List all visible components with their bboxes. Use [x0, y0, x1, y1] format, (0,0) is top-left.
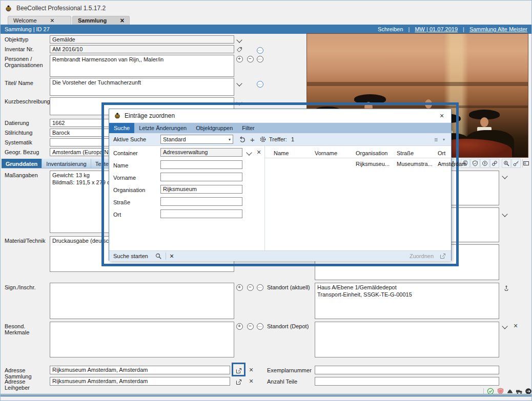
collection-link[interactable]: Sammlung Alte Meister [469, 26, 527, 32]
adresse-leihgeber-open-icon[interactable] [235, 378, 243, 386]
col-strasse[interactable]: Straße [397, 150, 436, 156]
container-clear-icon[interactable] [255, 148, 263, 156]
sign-detail-icon[interactable] [256, 283, 264, 291]
objekttyp-dropdown-icon[interactable] [235, 36, 243, 45]
container-dropdown-icon[interactable] [245, 149, 253, 157]
personen-remove-icon[interactable] [246, 55, 254, 63]
row-cell-organisation[interactable]: Rijksmuseu... [356, 161, 395, 167]
adresse-leihgeber-label: Adresse Leihgeber [5, 378, 50, 391]
ort-field[interactable] [160, 209, 242, 218]
material-label: Material/Technik [5, 238, 49, 244]
address-open-highlight-box [232, 363, 245, 376]
systematik-label: Systematik [5, 139, 49, 145]
standort-depot-clear-icon[interactable] [511, 322, 520, 330]
besond-remove-icon[interactable] [246, 322, 254, 330]
zuordnen-button[interactable]: Zuordnen [410, 253, 434, 259]
dialog-tab-objektgruppen[interactable]: Objektgruppen [191, 123, 237, 133]
adresse-leihgeber-clear-icon[interactable] [247, 377, 255, 385]
aktive-suche-select[interactable]: Standard ▾ [160, 135, 233, 144]
link-icon[interactable] [490, 159, 499, 168]
datierung-label: Datierung [5, 120, 49, 126]
personen-field[interactable]: Rembrandt Harmenszoon van Rijn,, Maler/i… [50, 55, 234, 77]
ort-label: Ort [113, 212, 158, 218]
dialog-tab-letzte-aenderungen[interactable]: Letzte Änderungen [134, 123, 191, 133]
col-ort[interactable]: Ort [438, 150, 451, 156]
tag-icon[interactable] [235, 46, 243, 54]
eintraege-zuordnen-dialog: Einträge zuordnen Suche Letzte Änderunge… [109, 109, 452, 261]
anzahl-teile-field[interactable] [315, 377, 499, 386]
col-name[interactable]: Name [274, 150, 313, 156]
search-settings-gear-icon[interactable] [259, 136, 267, 143]
tab-grunddaten[interactable]: Grunddaten [2, 159, 42, 168]
besond-add-icon[interactable] [235, 322, 243, 330]
sign-field[interactable] [50, 283, 234, 319]
person-search-icon[interactable] [502, 159, 511, 168]
record-header: Sammlung | ID 27 Schreiben | MW | 01.07.… [1, 25, 531, 34]
besond-field[interactable] [50, 322, 234, 357]
personen-detail-icon[interactable] [256, 55, 264, 63]
container-field[interactable]: Adressverwaltung [160, 148, 242, 157]
objekttyp-field[interactable]: Gemälde [50, 35, 234, 44]
right-field-1-dropdown-icon[interactable] [501, 173, 509, 181]
row-cell-ort[interactable]: Amsterdam [438, 161, 468, 167]
inventar-detail-icon[interactable] [256, 46, 264, 54]
mass-label: Maßangaben [5, 172, 49, 178]
titel-field[interactable]: Die Vorsteher der Tuchmacherzunft [50, 78, 234, 96]
right-field-2-dropdown-icon[interactable] [501, 210, 509, 219]
personen-label: Personen / Organisationen [5, 56, 49, 68]
add-search-icon[interactable]: + [250, 135, 255, 144]
tab-welcome-close-icon[interactable] [50, 17, 54, 24]
record-title: Sammlung | ID 27 [5, 26, 50, 32]
dialog-tab-suche[interactable]: Suche [109, 123, 134, 133]
tab-sammlung[interactable]: Sammlung [72, 16, 130, 25]
kurz-label: Kurzbeschreibung [5, 98, 49, 104]
window-titlebar: BeeCollect Professional 1.5.17.2 [1, 1, 531, 16]
standort-depot-dropdown-icon[interactable] [501, 323, 509, 331]
adresse-leihgeber-field[interactable]: Rijksmuseum Amsterdam, Amsterdam [50, 377, 230, 386]
sign-remove-icon[interactable] [246, 283, 254, 291]
standort-depot-field[interactable] [315, 322, 499, 357]
name-field[interactable] [160, 160, 242, 169]
beecollect-window: BeeCollect Professional 1.5.17.2 Welcome… [0, 0, 532, 401]
organisation-field[interactable]: Rijksmuseum [160, 185, 242, 194]
location-anchor-icon[interactable] [502, 284, 510, 292]
besond-detail-icon[interactable] [256, 322, 264, 330]
list-view-icon[interactable]: ≡ [434, 136, 438, 143]
frame-icon[interactable] [521, 159, 530, 168]
sign-add-icon[interactable] [235, 283, 243, 291]
row-cell-strasse[interactable]: Museumstra... [397, 161, 436, 167]
vorname-label: Vorname [113, 175, 158, 181]
dialog-tab-filter[interactable]: Filter [237, 123, 259, 133]
standort-aktuell-label: Standort (aktuell) [267, 284, 313, 290]
col-organisation[interactable]: Organisation [356, 150, 395, 156]
adresse-sammlung-field[interactable]: Rijksmuseum Amsterdam, Amsterdam [50, 366, 230, 374]
strasse-field[interactable] [160, 197, 242, 206]
clear-search-icon[interactable] [170, 252, 174, 260]
titel-detail-icon[interactable] [256, 80, 264, 88]
tab-welcome[interactable]: Welcome [8, 16, 71, 25]
zuordnen-open-icon[interactable] [440, 253, 446, 259]
inventar-field[interactable]: AM 2016/10 [50, 45, 234, 53]
personen-add-icon[interactable] [235, 55, 243, 63]
vorname-field[interactable] [160, 173, 242, 181]
besond-label: Besond. Merkmale [5, 323, 49, 335]
adresse-sammlung-clear-icon[interactable] [247, 366, 255, 374]
dialog-close-icon[interactable] [438, 112, 446, 120]
user-date-link[interactable]: MW | 01.07.2019 [415, 26, 458, 32]
sign-label: Sign./Inschr. [5, 284, 49, 290]
anzahl-label: Anzahl Teile [267, 378, 316, 385]
tab-sammlung-close-icon[interactable] [120, 17, 124, 24]
tab-inventarisierung[interactable]: Inventarisierung [42, 159, 91, 168]
dialog-footer: Suche starten Zuordnen [109, 250, 451, 261]
exemplarnummer-field[interactable] [315, 366, 499, 374]
key-icon[interactable] [511, 159, 521, 168]
shield-check-icon[interactable] [470, 159, 480, 168]
list-view-caret-icon[interactable]: ▾ [443, 137, 445, 142]
undo-search-icon[interactable] [239, 136, 246, 143]
search-magnifier-icon[interactable] [155, 253, 162, 260]
suche-starten-button[interactable]: Suche starten [113, 253, 148, 259]
titel-dropdown-icon[interactable] [235, 80, 243, 88]
coin-icon[interactable] [480, 159, 489, 168]
col-vorname[interactable]: Vorname [315, 150, 354, 156]
standort-aktuell-field[interactable]: Haus A/Ebene 1/Gemäldedepot Transport-Ei… [315, 283, 499, 319]
